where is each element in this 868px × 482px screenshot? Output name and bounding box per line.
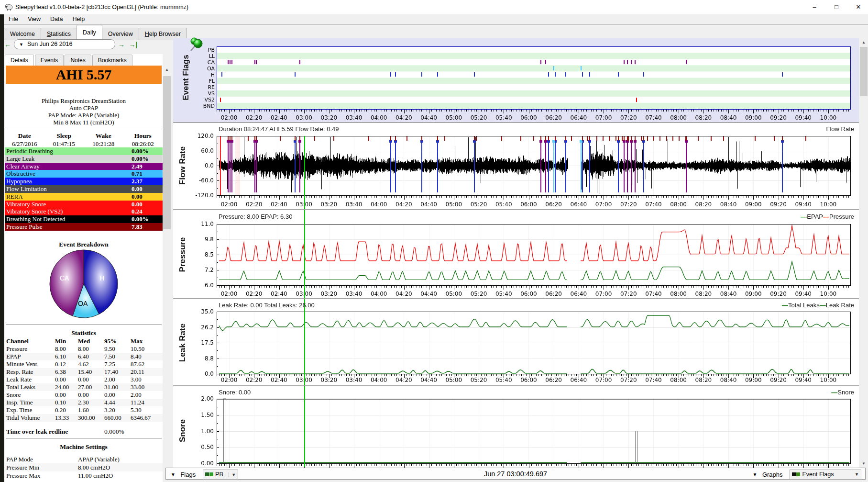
machine-info-line: PAP Mode: APAP (Variable) [5, 112, 163, 119]
graph-color-swatch [796, 472, 800, 476]
snore-plot[interactable] [173, 387, 859, 468]
window-titlebar: SleepyHead v1.0.0-beta-2 [cb213cc OpenGL… [0, 0, 868, 14]
session-table-values: 6/27/201601:47:1510:21:2808:26:02 [5, 140, 163, 148]
menu-item-help[interactable]: Help [67, 14, 89, 24]
statistics-row: Tidal Volume13.33300.00660.006346.67 [5, 414, 163, 422]
sidebar-tab-details[interactable]: Details [5, 55, 34, 66]
flow-rate-plot[interactable] [173, 123, 859, 211]
sidebar-tab-bar: DetailsEventsNotesBookmarks [5, 54, 133, 66]
tab-statistics[interactable]: Statistics [41, 28, 77, 40]
next-day-arrow-icon[interactable]: → [118, 41, 125, 48]
machine-setting-row: Pressure Min8.00 cmH2O [5, 463, 163, 471]
machine-info-line: Auto CPAP [5, 104, 163, 112]
menu-item-view[interactable]: View [23, 14, 45, 24]
panel-label-flow-rate: Flow Rate [178, 146, 187, 185]
sidebar-details-panel: AHI 5.57 Philips Respironics DreamStatio… [5, 66, 163, 482]
event-row-rera: RERA0.00 [5, 193, 163, 201]
tab-welcome[interactable]: Welcome [4, 28, 41, 40]
statistics-row: Pressure8.008.009.5010.50 [5, 345, 163, 353]
event-row-vibratory-snore: Vibratory Snore0.00 [5, 201, 163, 208]
scrollbar-thumb[interactable] [860, 47, 868, 96]
close-button[interactable]: ✕ [851, 2, 866, 12]
main-tab-bar: WelcomeStatisticsDailyOverviewHelp Brows… [4, 25, 187, 38]
leak-redline-value: 0.000% [104, 428, 124, 436]
panel-title-pressure: Pressure: 8.00 EPAP: 6.30 [219, 213, 292, 220]
event-row-pressure-pulse: Pressure Pulse7.83 [5, 223, 163, 231]
graph-color-swatch [792, 472, 796, 476]
sidebar-tab-notes[interactable]: Notes [65, 55, 91, 66]
scroll-up-icon[interactable]: ▲ [163, 66, 171, 74]
panel-label-snore: Snore [178, 419, 187, 442]
graphs-scrollbar[interactable]: ▲ ▼ [859, 38, 868, 468]
event-row-hypopnea: Hypopnea2.37 [5, 178, 163, 185]
statistics-row: EPAP6.106.407.508.40 [5, 353, 163, 360]
machine-settings-table: PAP ModeAPAP (Variable)Pressure Min8.00 … [5, 455, 163, 480]
statistics-row: Resp. Rate6.3815.4017.4020.11 [5, 368, 163, 376]
divider [6, 438, 162, 438]
date-dropdown[interactable]: ▼Sun Jun 26 2016 [14, 39, 115, 49]
statistics-row: Minute Vent.0.124.627.2587.62 [5, 360, 163, 368]
date-navigation: ←▼Sun Jun 26 2016→ →| [3, 39, 138, 51]
event-row-large-leak: Large Leak0.00% [5, 155, 163, 163]
legend-flow-rate: Flow Rate [826, 125, 854, 133]
statistics-row: Exp. Time0.201.603.205.30 [5, 406, 163, 414]
statistics-row: Insp. Time0.102.304.4411.24 [5, 399, 163, 406]
background-strip [0, 14, 4, 482]
event-row-vibratory-snore-vs2-: Vibratory Snore (VS2)0.24 [5, 208, 163, 215]
window-title: SleepyHead v1.0.0-beta-2 [cb213cc OpenGL… [15, 4, 188, 11]
statistics-header: ChannelMinMed95%Max [5, 337, 163, 345]
pushpin-icon[interactable] [187, 36, 204, 56]
svg-text:OA: OA [78, 300, 88, 307]
sidebar: DetailsEventsNotesBookmarks AHI 5.57 Phi… [5, 54, 163, 482]
divider [6, 325, 162, 325]
event-flags-plot[interactable] [173, 38, 859, 123]
legend-snore: —Snore [831, 389, 854, 396]
svg-text:H: H [99, 274, 104, 282]
statistics-row: Total Leaks24.0027.0031.0033.00 [5, 383, 163, 391]
scroll-up-icon[interactable]: ▲ [859, 38, 868, 46]
statistics-row: Snore0.000.000.002.00 [5, 391, 163, 399]
bottom-bar: ▼ Flags PB ▼ Jun 27 03:00:49.697 ▼ Graph… [165, 468, 866, 480]
ahi-banner: AHI 5.57 [6, 66, 162, 84]
panel-label-event-flags: Event Flags [181, 55, 191, 100]
scrollbar-thumb[interactable] [163, 76, 171, 229]
statistics-title: Statistics [5, 329, 163, 337]
panel-title-flow-rate: Duration 08:24:47 AHI 5.59 Flow Rate: 0.… [219, 125, 339, 133]
sidebar-tab-bookmarks[interactable]: Bookmarks [92, 55, 132, 66]
svg-text:CA: CA [60, 274, 69, 282]
menu-bar: FileViewDataHelp [4, 14, 89, 24]
menu-item-data[interactable]: Data [45, 14, 67, 24]
graphs-dropdown[interactable]: Event Flags ▼ [790, 470, 861, 480]
menu-item-file[interactable]: File [4, 14, 23, 24]
dropdown-caret-icon: ▼ [19, 42, 23, 47]
event-row-flow-limitation: Flow Limitation0.00 [5, 185, 163, 193]
graphs-label[interactable]: Graphs [762, 471, 783, 478]
machine-info-line: Min 8 Max 11 (cmH2O) [5, 119, 163, 126]
minimize-button[interactable]: – [807, 2, 822, 12]
event-row-periodic-breathing: Periodic Breathing0.00% [5, 147, 163, 155]
leak-redline-label: Time over leak redline [6, 428, 68, 436]
graphs-collapse-icon[interactable]: ▼ [753, 472, 758, 477]
divider [6, 129, 162, 129]
legend-pressure: —EPAP—Pressure [801, 213, 854, 220]
machine-info-line: Philips Respironics DreamStation [5, 97, 163, 105]
maximize-button[interactable]: □ [829, 2, 844, 12]
scroll-down-icon[interactable]: ▼ [859, 460, 868, 468]
machine-settings-title: Machine Settings [5, 443, 163, 451]
event-breakdown-pie: HOACA [49, 249, 119, 321]
leak-rate-plot[interactable] [173, 300, 859, 387]
sidebar-scrollbar[interactable]: ▲ ▼ [163, 66, 171, 480]
date-label: Sun Jun 26 2016 [27, 41, 73, 47]
pressure-plot[interactable] [173, 211, 859, 300]
latest-day-arrow-icon[interactable]: →| [129, 41, 137, 48]
machine-setting-row: Pressure Max11.00 cmH2O [5, 471, 163, 480]
event-row-obstructive: Obstructive0.71 [5, 170, 163, 178]
panel-label-leak-rate: Leak Rate [178, 324, 187, 362]
tab-daily[interactable]: Daily [77, 25, 102, 39]
prev-day-arrow-icon[interactable]: ← [4, 41, 11, 48]
panel-title-leak-rate: Leak Rate: 0.00 Total Leaks: 26.00 [219, 302, 315, 309]
statistics-row: Leak Rate0.000.002.003.00 [5, 376, 163, 383]
sidebar-tab-events[interactable]: Events [35, 55, 64, 66]
session-table-header: DateSleepWakeHours [5, 132, 163, 140]
tab-overview[interactable]: Overview [102, 28, 139, 40]
